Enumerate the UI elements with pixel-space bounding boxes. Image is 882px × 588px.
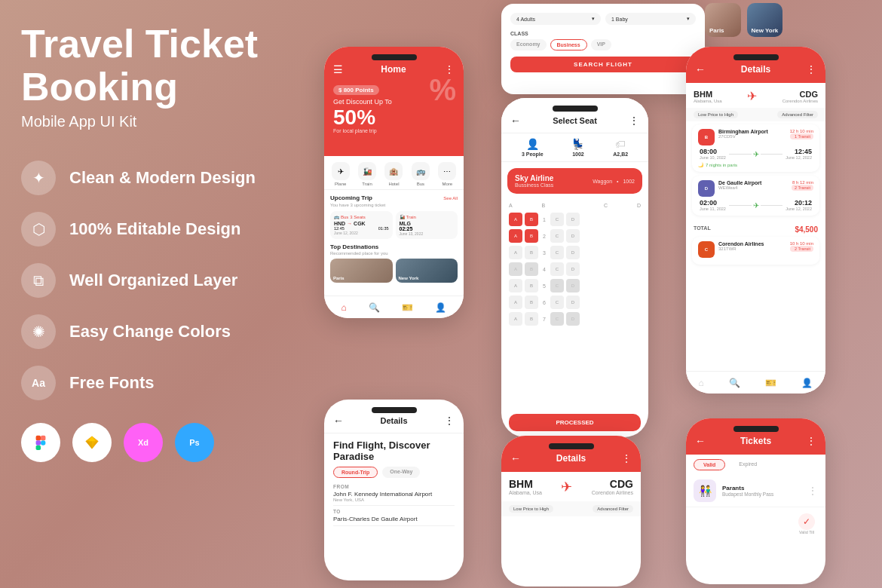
seat-6d[interactable]: D <box>566 296 580 309</box>
seat-5a[interactable]: A <box>509 279 522 292</box>
seat-row-2: A B 2 C D <box>509 229 641 243</box>
flight-item-3[interactable]: C Corendon Airlines 321TWR 10 h 10 min 2… <box>692 237 819 265</box>
paris-dest-card[interactable]: Paris <box>705 3 741 37</box>
seat-7a[interactable]: A <box>509 312 522 326</box>
person-icon: 👤 <box>526 138 539 150</box>
flight1-top: B Birmingham Airport 27CD5V 12 h 10 min … <box>698 129 813 145</box>
train-date: June 13, 2022 <box>400 231 455 236</box>
phone6-title: Details <box>556 453 586 464</box>
sketch-icon <box>72 423 112 462</box>
flight2-connector: ✈ <box>729 201 782 210</box>
ticket-more-icon[interactable]: ⋮ <box>807 485 818 497</box>
home-nav-icon[interactable]: ⌂ <box>341 302 347 313</box>
cat-hotel[interactable]: 🏨 Hotel <box>384 162 403 186</box>
seat-2a[interactable]: A <box>509 229 522 243</box>
seat-6b[interactable]: B <box>525 296 538 309</box>
total-row: TOTAL $4,500 <box>686 222 825 237</box>
phone3-back-icon[interactable]: ← <box>695 63 706 75</box>
advanced-filter-btn[interactable]: Advanced Filter <box>777 111 818 118</box>
train-icon: 🚂 <box>358 162 376 180</box>
train-code: MLG <box>400 221 455 226</box>
seat-4d[interactable]: D <box>566 262 580 276</box>
economy-btn[interactable]: Economy <box>510 39 547 51</box>
seat-3b[interactable]: B <box>525 246 538 259</box>
cat-bus[interactable]: 🚌 Bus <box>412 162 430 186</box>
cat-more[interactable]: ⋯ More <box>438 162 456 186</box>
valid-tab[interactable]: Valid <box>694 459 725 470</box>
phone6-filter2-btn[interactable]: Advanced Filter <box>593 505 633 513</box>
phone7-back-icon[interactable]: ← <box>695 435 706 447</box>
home3-nav-icon[interactable]: ⌂ <box>699 378 704 388</box>
bus-date: June 12, 2022 <box>334 231 389 235</box>
phone6-dots-icon[interactable]: ⋮ <box>621 452 632 464</box>
seat-2d[interactable]: D <box>566 229 580 243</box>
route-from: BHM Alabama, Usa <box>694 90 722 103</box>
flight2-top: D De Gaulle Airport WEWea4 8 h 12 min 2 … <box>698 180 813 197</box>
round-trip-btn[interactable]: Round-Trip <box>333 467 378 478</box>
seat-5c: C <box>550 279 564 292</box>
phone6-back-icon[interactable]: ← <box>510 452 521 464</box>
see-all-btn[interactable]: See All <box>443 196 458 201</box>
points-badge: $ 800 Points <box>333 85 379 95</box>
seat-3d[interactable]: D <box>566 246 580 259</box>
search-nav-icon[interactable]: 🔍 <box>369 302 380 313</box>
price-filter-btn[interactable]: Low Price to High <box>694 111 738 118</box>
bus-icon: 🚌 <box>412 162 430 180</box>
ticket-info: Parants Budapest Monthly Pass <box>722 485 773 497</box>
vip-btn[interactable]: VIP <box>591 39 611 51</box>
search3-nav-icon[interactable]: 🔍 <box>729 378 740 388</box>
expired-tab[interactable]: Expired <box>730 459 766 470</box>
flight1-connector: ✈ <box>729 150 782 158</box>
adults-select[interactable]: 4 Adults ▾ <box>510 13 601 25</box>
seat-3c[interactable]: C <box>550 246 564 259</box>
seat-6a[interactable]: A <box>509 296 522 309</box>
seat-1b[interactable]: B <box>525 213 538 226</box>
seat-1a[interactable]: A <box>509 213 522 226</box>
more-dots-icon[interactable]: ⋮ <box>629 115 639 127</box>
seat-1c[interactable]: C <box>550 213 564 226</box>
seat-7b[interactable]: B <box>525 312 538 326</box>
seat-2c[interactable]: C <box>550 229 564 243</box>
seat-3a[interactable]: A <box>509 246 522 259</box>
airport1-name: Birmingham Airport <box>718 129 790 134</box>
ny-dest-card[interactable]: New York <box>747 3 783 37</box>
cat-plane[interactable]: ✈ Plane <box>332 162 350 186</box>
seat-2b[interactable]: B <box>525 229 538 243</box>
business-btn[interactable]: Business <box>550 39 587 51</box>
phone6-filter1-btn[interactable]: Low Price to High <box>509 505 553 513</box>
phone7-dots-icon[interactable]: ⋮ <box>806 435 816 447</box>
ny-card[interactable]: New York <box>396 259 458 283</box>
search-flight-btn[interactable]: SEARCH FLIGHT <box>510 57 696 72</box>
feature-editable: ⬡ 100% Editable Design <box>21 212 292 247</box>
baby-select[interactable]: 1 Baby ▾ <box>605 13 696 25</box>
feature-clean-text: Clean & Modern Design <box>69 168 256 188</box>
flight-item-2[interactable]: D De Gaulle Airport WEWea4 8 h 12 min 2 … <box>692 176 819 216</box>
profile3-nav-icon[interactable]: 👤 <box>801 378 813 388</box>
tickets3-nav-icon[interactable]: 🎫 <box>765 378 776 388</box>
phone4-dots-icon[interactable]: ⋮ <box>444 415 455 427</box>
valid-badge-area: ✓ Valid Till <box>686 507 825 541</box>
seat-1d[interactable]: D <box>566 213 580 226</box>
process-btn[interactable]: PROCESSED <box>509 414 641 431</box>
tickets-nav-icon[interactable]: 🎫 <box>402 302 413 313</box>
phone7-tickets: ← Tickets ⋮ Valid Expired 👫 Parants Buda… <box>686 418 825 584</box>
feature-layer: ⧉ Well Organized Layer <box>21 263 292 298</box>
phone4-notch <box>372 407 417 413</box>
cat-train[interactable]: 🚂 Train <box>358 162 376 186</box>
ticket-bus[interactable]: 🚌 Bus 3 Seats HND → CGK 12:45 01:35 June… <box>330 211 393 239</box>
ticket-train[interactable]: 🚂 Train MLG 02:25 June 13, 2022 <box>396 211 458 239</box>
phone4-back-icon[interactable]: ← <box>333 415 344 427</box>
phone3-dots-icon[interactable]: ⋮ <box>806 63 816 75</box>
back-arrow-icon[interactable]: ← <box>510 115 521 127</box>
seat-row-1: A B 1 C D <box>509 213 641 226</box>
phone3-details: ← Details ⋮ BHM Alabama, Usa ✈ CDG Coren… <box>686 47 825 394</box>
seat-6c[interactable]: C <box>550 296 564 309</box>
flight-item-1[interactable]: B Birmingham Airport 27CD5V 12 h 10 min … <box>692 124 819 172</box>
profile-nav-icon[interactable]: 👤 <box>435 302 446 313</box>
paris-card[interactable]: Paris <box>330 259 393 283</box>
paris-dest-label: Paris <box>333 276 345 280</box>
seat-4c[interactable]: C <box>550 262 564 276</box>
menu-icon[interactable]: ☰ <box>333 63 343 75</box>
one-way-btn[interactable]: One-Way <box>382 467 420 478</box>
seat-5b[interactable]: B <box>525 279 538 292</box>
